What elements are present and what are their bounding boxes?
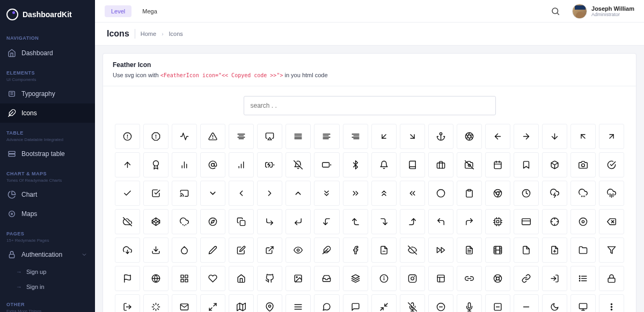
flag-icon[interactable] bbox=[115, 266, 140, 291]
link-2-icon[interactable] bbox=[457, 266, 482, 291]
edit-icon[interactable] bbox=[229, 237, 254, 263]
minimize-2-icon[interactable] bbox=[371, 294, 397, 312]
corner-right-up-icon[interactable] bbox=[400, 209, 425, 234]
grid-icon[interactable] bbox=[172, 266, 197, 291]
mic-icon[interactable] bbox=[457, 294, 482, 312]
moon-icon[interactable] bbox=[542, 294, 567, 312]
copy-icon[interactable] bbox=[229, 209, 254, 234]
facebook-icon[interactable] bbox=[343, 237, 368, 263]
sidebar-item-dashboard[interactable]: Dashboard bbox=[0, 43, 95, 63]
cloud-snow-icon[interactable] bbox=[172, 209, 197, 234]
bar-chart-2-icon[interactable] bbox=[172, 152, 197, 177]
chevron-down-icon[interactable] bbox=[200, 181, 225, 206]
arrow-up-icon[interactable] bbox=[115, 152, 140, 177]
chrome-icon[interactable] bbox=[485, 181, 510, 206]
align-justify-icon[interactable] bbox=[286, 124, 311, 149]
file-minus-icon[interactable] bbox=[371, 237, 397, 263]
align-center-icon[interactable] bbox=[229, 124, 254, 149]
info-icon[interactable] bbox=[371, 266, 397, 291]
chevron-left-icon[interactable] bbox=[229, 181, 254, 206]
file-plus-icon[interactable] bbox=[542, 237, 567, 263]
github-icon[interactable] bbox=[257, 266, 282, 291]
message-circle-icon[interactable] bbox=[314, 294, 339, 312]
arrow-down-icon[interactable] bbox=[542, 124, 567, 149]
more-vertical-icon[interactable] bbox=[599, 294, 624, 312]
edit-2-icon[interactable] bbox=[200, 237, 225, 263]
activity-icon[interactable] bbox=[172, 124, 197, 149]
battery-icon[interactable] bbox=[314, 152, 339, 177]
check-square-icon[interactable] bbox=[143, 181, 169, 206]
crosshair-icon[interactable] bbox=[542, 209, 567, 234]
icon-search-input[interactable] bbox=[244, 96, 496, 115]
topbar-level-button[interactable]: Level bbox=[105, 5, 131, 17]
camera-icon[interactable] bbox=[570, 152, 596, 177]
arrow-down-right-icon[interactable] bbox=[400, 124, 425, 149]
search-icon[interactable] bbox=[551, 6, 560, 16]
chevron-up-icon[interactable] bbox=[286, 181, 311, 206]
brand[interactable]: DashboardKit bbox=[0, 3, 95, 28]
layers-icon[interactable] bbox=[343, 266, 368, 291]
check-circle-icon[interactable] bbox=[599, 152, 624, 177]
circle-icon[interactable] bbox=[428, 181, 453, 206]
chevrons-right-icon[interactable] bbox=[343, 181, 368, 206]
topbar-mega-button[interactable]: Mega bbox=[136, 5, 164, 17]
check-icon[interactable] bbox=[115, 181, 140, 206]
heart-icon[interactable] bbox=[200, 266, 225, 291]
cloud-drizzle-icon[interactable] bbox=[570, 181, 596, 206]
corner-right-down-icon[interactable] bbox=[371, 209, 397, 234]
at-sign-icon[interactable] bbox=[200, 152, 225, 177]
filter-icon[interactable] bbox=[599, 237, 624, 263]
log-in-icon[interactable] bbox=[542, 266, 567, 291]
file-icon[interactable] bbox=[514, 237, 539, 263]
chevrons-down-icon[interactable] bbox=[314, 181, 339, 206]
external-link-icon[interactable] bbox=[257, 237, 282, 263]
arrow-up-left-icon[interactable] bbox=[570, 124, 596, 149]
inbox-icon[interactable] bbox=[314, 266, 339, 291]
cloud-lightning-icon[interactable] bbox=[542, 181, 567, 206]
compass-icon[interactable] bbox=[200, 209, 225, 234]
log-out-icon[interactable] bbox=[115, 294, 140, 312]
chevrons-left-icon[interactable] bbox=[400, 181, 425, 206]
corner-left-down-icon[interactable] bbox=[314, 209, 339, 234]
loader-icon[interactable] bbox=[143, 294, 169, 312]
feather-icon[interactable] bbox=[314, 237, 339, 263]
corner-left-up-icon[interactable] bbox=[343, 209, 368, 234]
map-icon[interactable] bbox=[229, 294, 254, 312]
align-right-icon[interactable] bbox=[343, 124, 368, 149]
sidebar-item-maps[interactable]: Maps bbox=[0, 204, 95, 224]
alert-octagon-icon[interactable] bbox=[143, 124, 169, 149]
map-pin-icon[interactable] bbox=[257, 294, 282, 312]
cloud-off-icon[interactable] bbox=[115, 209, 140, 234]
sidebar-item-signup[interactable]: →Sign up bbox=[0, 264, 95, 279]
menu-icon[interactable] bbox=[286, 294, 311, 312]
cloud-rain-icon[interactable] bbox=[599, 181, 624, 206]
codepen-icon[interactable] bbox=[143, 209, 169, 234]
file-text-icon[interactable] bbox=[457, 237, 482, 263]
eye-off-icon[interactable] bbox=[400, 237, 425, 263]
monitor-icon[interactable] bbox=[570, 294, 596, 312]
bar-chart-icon[interactable] bbox=[229, 152, 254, 177]
minus-icon[interactable] bbox=[514, 294, 539, 312]
sidebar-item-icons[interactable]: Icons bbox=[0, 103, 95, 123]
corner-down-right-icon[interactable] bbox=[257, 209, 282, 234]
aperture-icon[interactable] bbox=[457, 124, 482, 149]
credit-card-icon[interactable] bbox=[514, 209, 539, 234]
sidebar-item-typography[interactable]: Typography bbox=[0, 84, 95, 103]
battery-charging-icon[interactable] bbox=[257, 152, 282, 177]
airplay-icon[interactable] bbox=[257, 124, 282, 149]
message-square-icon[interactable] bbox=[343, 294, 368, 312]
user-menu[interactable]: Joseph William Administrator bbox=[572, 4, 634, 19]
fast-forward-icon[interactable] bbox=[428, 237, 453, 263]
delete-icon[interactable] bbox=[599, 209, 624, 234]
globe-icon[interactable] bbox=[143, 266, 169, 291]
corner-down-left-icon[interactable] bbox=[286, 209, 311, 234]
sidebar-item-signin[interactable]: →Sign in bbox=[0, 279, 95, 294]
arrow-up-right-icon[interactable] bbox=[599, 124, 624, 149]
download-icon[interactable] bbox=[143, 237, 169, 263]
folder-icon[interactable] bbox=[570, 237, 596, 263]
chevrons-up-icon[interactable] bbox=[371, 181, 397, 206]
anchor-icon[interactable] bbox=[428, 124, 453, 149]
image-icon[interactable] bbox=[286, 266, 311, 291]
lock-icon[interactable] bbox=[599, 266, 624, 291]
clock-icon[interactable] bbox=[514, 181, 539, 206]
